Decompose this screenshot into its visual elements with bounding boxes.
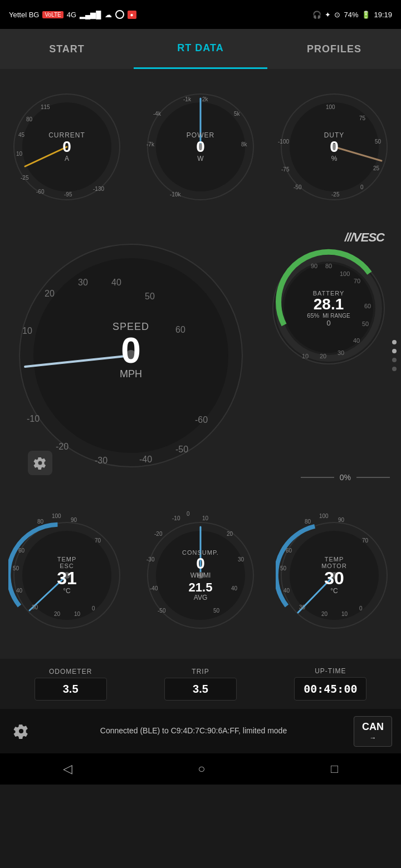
tabs-bar: START RT DATA PROFILES (0, 29, 401, 69)
volte-badge: VoLTE (42, 11, 63, 18)
temp-esc-70: 70 (95, 537, 101, 544)
recents-button[interactable]: □ (331, 762, 338, 776)
uptime-label: UP-TIME (315, 667, 346, 675)
connection-text: Connected (BLE) to C9:4D:7C:90:6A:FF, li… (39, 726, 348, 737)
speed-scale-60: 60 (175, 325, 185, 335)
headphone-icon: 🎧 (312, 11, 321, 19)
power-scale-5k: 5k (234, 111, 240, 117)
speed-scale-n60: -60 (195, 415, 208, 425)
odometer-stat: ODOMETER 3.5 (6, 668, 135, 701)
temp-esc-90: 90 (71, 517, 77, 523)
current-scale-n25: -25 (21, 175, 28, 181)
middle-section: ///VESC 40 30 50 60 20 10 -10 -20 -30 -4… (0, 219, 401, 492)
temp-motor-80: 80 (305, 519, 311, 525)
temp-esc-gauge: TEMP ESC 31 °C 100 90 80 70 60 50 40 30 … (8, 503, 125, 648)
speed-gauge-svg (11, 236, 251, 475)
consump-n20: -20 (154, 531, 162, 537)
speed-scale-30: 30 (78, 278, 88, 288)
status-right: 🎧 ✦ ⊙ 74% 🔋 19:19 (312, 11, 392, 19)
temp-esc-0: 0 (92, 605, 95, 611)
tab-profiles[interactable]: PROFILES (267, 29, 401, 69)
uptime-stat: UP-TIME 00:45:00 (266, 667, 395, 701)
temp-motor-100: 100 (319, 513, 329, 519)
temp-motor-60: 60 (286, 548, 292, 554)
duty-scale-n75: -75 (281, 166, 289, 172)
progress-bar: 0% (301, 473, 390, 482)
power-gauge: POWER 0 W -1k 2k -4k 5k -7k 8k -10k (142, 88, 259, 205)
current-scale-80: 80 (26, 116, 32, 122)
current-scale-n95: -95 (64, 191, 72, 198)
consump-50: 50 (213, 608, 219, 614)
consump-20: 20 (227, 531, 233, 537)
signal-bars-icon: ▂▄▆█ (80, 11, 101, 19)
home-button[interactable]: ○ (198, 762, 205, 776)
current-scale-115: 115 (41, 104, 50, 110)
consump-n40: -40 (150, 585, 158, 591)
current-scale-n60: -60 (36, 189, 44, 195)
connection-bar: Connected (BLE) to C9:4D:7C:90:6A:FF, li… (0, 709, 401, 753)
gear-icon (33, 456, 47, 470)
dot-2 (392, 349, 397, 353)
duty-scale-50: 50 (375, 139, 381, 145)
trip-label: TRIP (192, 668, 209, 675)
speed-settings-button[interactable] (28, 451, 52, 475)
trip-stat: TRIP 3.5 (135, 668, 265, 701)
temp-motor-90: 90 (338, 517, 344, 523)
vesc-logo: ///VESC (345, 230, 384, 245)
temp-motor-gauge: TEMP MOTOR 30 °C 100 90 80 70 60 50 40 3… (276, 503, 393, 648)
red-icon: ● (128, 11, 136, 19)
battery-scale-10: 10 (302, 353, 309, 359)
battery-scale-90: 90 (311, 263, 317, 269)
tab-rtdata[interactable]: RT DATA (134, 29, 267, 69)
progress-percent: 0% (340, 473, 351, 482)
tab-start[interactable]: START (0, 29, 134, 69)
speed-scale-40: 40 (111, 278, 121, 288)
progress-line-right (356, 477, 390, 478)
duty-scale-75: 75 (359, 115, 365, 121)
current-scale-n130: -130 (93, 186, 104, 192)
battery-scale-60: 60 (364, 303, 371, 309)
temp-esc-20: 20 (54, 611, 60, 617)
temp-motor-50: 50 (280, 565, 286, 571)
temp-motor-20: 20 (321, 611, 327, 617)
consump-0: 0 (187, 511, 190, 517)
temp-esc-gauge-svg (8, 517, 125, 634)
duty-gauge: DUTY 0 % 100 75 50 25 0 -25 -50 -75 -100 (276, 88, 393, 205)
temp-motor-40: 40 (283, 588, 290, 594)
consump-n30: -30 (146, 556, 154, 563)
battery-scale-80: 80 (325, 263, 332, 269)
dot-1 (392, 340, 397, 344)
bottom-gauges-row: TEMP ESC 31 °C 100 90 80 70 60 50 40 30 … (0, 492, 401, 659)
temp-esc-60: 60 (18, 548, 25, 554)
can-arrow-icon: → (370, 734, 376, 742)
svg-point-28 (331, 572, 338, 579)
svg-point-10 (331, 144, 338, 150)
temp-esc-80: 80 (37, 519, 43, 525)
stats-row: ODOMETER 3.5 TRIP 3.5 UP-TIME 00:45:00 (0, 659, 401, 709)
current-scale-10: 10 (16, 151, 22, 157)
temp-motor-30: 30 (299, 604, 305, 610)
consump-40: 40 (231, 585, 237, 591)
current-gauge: CURRENT 0 A 115 80 45 10 -25 -60 -95 -13… (8, 88, 125, 205)
power-scale-n10k: -10k (170, 191, 180, 198)
power-scale-n4k: -4k (153, 111, 161, 117)
speed-scale-n10: -10 (27, 414, 40, 424)
can-button[interactable]: CAN → (354, 716, 392, 747)
duty-scale-100: 100 (326, 104, 335, 110)
power-scale-n7k: -7k (146, 141, 154, 147)
back-button[interactable]: ◁ (63, 762, 72, 776)
trip-value: 3.5 (164, 678, 237, 701)
speed-scale-n20: -20 (56, 442, 69, 452)
bluetooth-icon: ✦ (325, 11, 331, 19)
speed-scale-50: 50 (145, 292, 155, 302)
duty-scale-0: 0 (360, 184, 364, 190)
dot-4 (392, 367, 397, 371)
speed-scale-n50: -50 (175, 445, 188, 455)
battery-scale-70: 70 (354, 278, 360, 284)
power-scale-2k: 2k (202, 96, 208, 102)
battery-scale-50: 50 (362, 320, 369, 327)
temp-motor-gauge-svg (276, 517, 393, 634)
connection-settings-button[interactable] (9, 719, 33, 743)
svg-point-6 (197, 144, 204, 150)
consump-gauge: CONSUMP. 0 WH/MI 21.5 AVG 0 10 -10 20 -2… (142, 503, 259, 648)
